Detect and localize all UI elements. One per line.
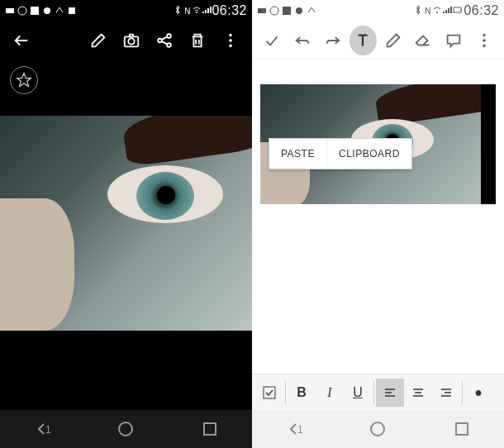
wifi-icon [192,5,202,17]
nav-recent-left[interactable] [185,414,235,444]
undo-button[interactable] [289,26,316,55]
italic-button[interactable]: I [316,379,344,407]
editor-toolbar [252,21,504,60]
bullet-button[interactable]: ● [464,379,492,407]
status-bar-left: N 06:32 [0,0,252,21]
svg-rect-27 [264,387,275,398]
gallery-toolbar [0,21,252,60]
svg-text:1: 1 [297,424,303,436]
svg-rect-16 [204,423,216,435]
more-button-left[interactable] [216,26,245,55]
svg-point-7 [128,38,134,44]
status-time-right: 06:32 [464,3,499,18]
camera-button[interactable] [116,26,146,55]
favorite-row [0,60,252,101]
done-button[interactable] [259,26,286,55]
wifi-icon-r [432,5,442,17]
svg-point-13 [230,45,232,47]
align-left-button[interactable] [376,379,404,407]
svg-point-24 [483,34,485,36]
align-right-button[interactable] [432,379,460,407]
nav-back-left[interactable]: 1 [17,414,67,444]
more-button-right[interactable] [470,26,497,55]
context-menu: PASTE CLIPBOARD [269,138,412,169]
clipboard-menu-item[interactable]: CLIPBOARD [327,139,411,169]
svg-point-20 [296,7,302,14]
svg-rect-2 [31,7,39,15]
svg-point-11 [230,34,232,36]
checklist-button[interactable] [255,379,283,407]
svg-point-12 [230,40,232,42]
nfc-icon-r: N [425,7,430,16]
svg-point-18 [270,7,278,15]
bold-button[interactable]: B [288,379,316,407]
eraser-button[interactable] [410,26,437,55]
nfc-icon: N [184,7,190,16]
pen-tool-button[interactable] [380,26,407,55]
svg-point-29 [371,422,384,436]
svg-rect-17 [258,8,266,13]
nav-recent-right[interactable] [437,414,487,444]
svg-point-25 [483,39,485,41]
svg-rect-0 [6,8,14,13]
signal-icon [202,5,212,17]
nav-bar-left: 1 [0,410,252,448]
note-editor-panel: N 06:32 PASTE CLIPBOARD [252,0,504,448]
battery-icon-r [452,5,464,17]
svg-rect-23 [461,9,462,11]
svg-rect-19 [283,7,291,15]
status-time-left: 06:32 [212,3,247,18]
svg-point-1 [18,7,26,15]
redo-button[interactable] [319,26,346,55]
back-button[interactable] [7,26,36,55]
signal-icon-r [442,5,452,17]
format-toolbar: B I U ● [252,374,504,410]
svg-point-5 [196,12,197,13]
align-center-button[interactable] [404,379,432,407]
svg-point-15 [119,422,132,436]
favorite-button[interactable] [10,66,38,94]
paste-menu-item[interactable]: PASTE [269,139,327,169]
comment-button[interactable] [440,26,468,55]
status-icons-right [257,6,413,16]
status-bar-right: N 06:32 [252,0,504,21]
nav-home-left[interactable] [101,414,150,444]
gallery-view-panel: N 06:32 1 [0,0,252,448]
svg-point-26 [483,45,485,47]
inserted-image[interactable]: PASTE CLIPBOARD [260,84,496,204]
gallery-image[interactable] [0,116,252,331]
nav-home-right[interactable] [353,414,402,444]
svg-rect-30 [456,423,468,435]
share-button[interactable] [150,26,179,55]
bluetooth-icon [173,5,183,17]
note-content-area[interactable]: PASTE CLIPBOARD [252,60,504,374]
bluetooth-icon-r [413,5,423,17]
svg-rect-22 [454,7,461,12]
text-tool-button[interactable] [349,26,377,55]
svg-rect-4 [69,7,75,14]
delete-button[interactable] [183,26,212,55]
nav-back-right[interactable]: 1 [269,414,319,444]
edit-button[interactable] [83,26,113,55]
status-icons-left [5,6,173,16]
svg-point-3 [44,7,50,14]
nav-bar-right: 1 [252,410,504,448]
underline-button[interactable]: U [344,379,372,407]
svg-point-21 [436,12,438,13]
svg-text:1: 1 [45,424,51,436]
